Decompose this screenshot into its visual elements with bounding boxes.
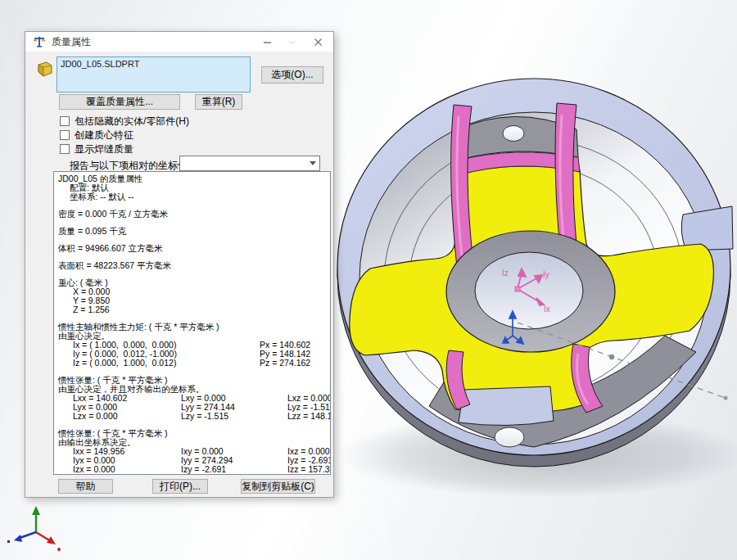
principal-axis-iz: Iz = ( 0.000, 1.000, 0.012) — [58, 359, 260, 368]
checkbox-label: 包括隐藏的实体/零部件(H) — [75, 115, 189, 129]
part-scale-icon — [35, 60, 55, 81]
report-density: 密度 = 0.000 千克 / 立方毫米 — [58, 210, 330, 219]
report-volume: 体积 = 94966.607 立方毫米 — [58, 244, 330, 253]
tensor-cell: Izz = 157.374 — [287, 465, 331, 474]
tensor-row: Izx = 0.000 Izy = -2.691 Izz = 157.374 — [58, 465, 330, 474]
principal-axis-label-ix: Ix — [544, 305, 550, 314]
print-button[interactable]: 打印(P)... — [152, 479, 208, 494]
checkbox-create-com-feature[interactable]: 创建质心特征 — [60, 129, 133, 141]
help-button[interactable]: 帮助 — [58, 479, 113, 494]
center-bore — [475, 252, 583, 329]
view-orientation-triad — [7, 506, 61, 551]
checkbox-box[interactable] — [60, 144, 70, 154]
flange-hole — [495, 427, 524, 447]
mass-properties-icon — [33, 35, 46, 48]
mass-properties-report[interactable]: JD00_L05 的质量属性 配置: 默认 坐标系: -- 默认 -- 密度 =… — [53, 171, 331, 475]
close-button[interactable] — [305, 32, 330, 52]
principal-row: Iz = ( 0.000, 1.000, 0.012) Pz = 274.162 — [58, 359, 330, 368]
checkbox-label: 创建质心特征 — [75, 129, 133, 142]
selected-item-box[interactable]: JD00_L05.SLDPRT — [57, 56, 251, 93]
principal-axis-label-iy: Iy — [543, 270, 549, 279]
top-pole-hole — [503, 126, 524, 142]
close-icon — [314, 38, 323, 47]
mass-properties-dialog: 质量属性 JD00_L05.SLDPRT 选项(O).. — [25, 31, 334, 498]
principal-moment-pz: Pz = 274.162 — [260, 359, 310, 368]
checkbox-label: 显示焊缝质量 — [75, 142, 133, 156]
maximize-icon — [287, 38, 296, 47]
tensor-row: Lzx = 0.000 Lzy = -1.515 Lzz = 148.160 — [58, 412, 330, 421]
coordinate-system-dropdown[interactable] — [179, 156, 320, 171]
copy-to-clipboard-button[interactable]: 复制到剪贴板(C) — [241, 479, 315, 494]
dialog-titlebar[interactable]: 质量属性 — [25, 32, 333, 52]
report-mass: 质量 = 0.095 千克 — [58, 227, 330, 236]
selected-filename: JD00_L05.SLDPRT — [61, 59, 139, 69]
checkbox-box[interactable] — [60, 116, 70, 126]
principal-axis-label-iz: Iz — [502, 269, 509, 278]
report-centroid-z: Z = 1.256 — [58, 305, 330, 314]
recalculate-button[interactable]: 重算(R) — [195, 94, 242, 110]
options-button[interactable]: 选项(O)... — [261, 66, 323, 84]
tensor-cell: Lzz = 148.160 — [287, 412, 331, 421]
report-surface-area: 表面积 = 48223.567 平方毫米 — [58, 261, 330, 270]
dialog-title: 质量属性 — [52, 35, 91, 49]
bottom-lavender-segment — [459, 386, 554, 426]
solidworks-graphics-area: Iz Iy Ix — [0, 0, 737, 560]
minimize-button[interactable] — [255, 32, 279, 52]
tensor-cell: Lzx = 0.000 — [73, 412, 181, 421]
tensor-cell: Izy = -2.691 — [181, 465, 287, 474]
checkbox-include-hidden[interactable]: 包括隐藏的实体/零部件(H) — [60, 115, 189, 127]
tensor-cell: Lzy = -1.515 — [181, 412, 287, 421]
checkbox-show-weld-mass[interactable]: 显示焊缝质量 — [60, 143, 133, 155]
report-coordsys: 坐标系: -- 默认 -- — [58, 192, 330, 201]
minimize-icon — [263, 38, 272, 47]
tensor-cell: Izx = 0.000 — [73, 465, 181, 474]
chevron-down-icon[interactable] — [306, 156, 319, 170]
checkbox-box[interactable] — [60, 130, 70, 140]
maximize-button[interactable] — [279, 32, 304, 52]
override-mass-properties-button[interactable]: 覆盖质量属性... — [59, 94, 180, 110]
